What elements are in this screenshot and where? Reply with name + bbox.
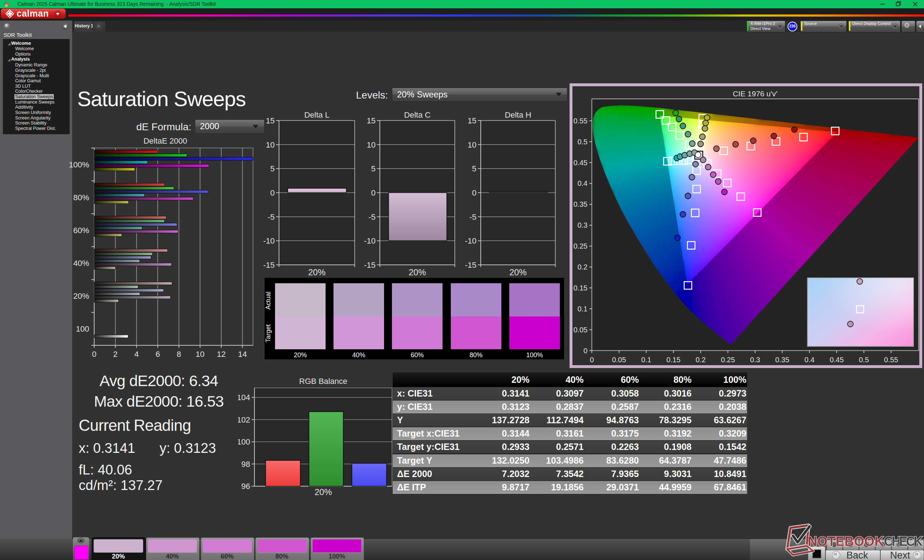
svg-text:Delta H: Delta H: [505, 111, 531, 120]
svg-text:0.1: 0.1: [578, 305, 588, 313]
svg-text:-15: -15: [364, 261, 376, 270]
svg-text:15: 15: [468, 116, 476, 125]
svg-text:0.15: 0.15: [666, 356, 680, 364]
svg-text:0: 0: [584, 347, 588, 355]
svg-text:0.35: 0.35: [573, 200, 588, 208]
svg-text:-10: -10: [364, 237, 376, 246]
svg-text:0.55: 0.55: [884, 356, 898, 364]
svg-text:-10: -10: [263, 237, 274, 246]
svg-text:0.05: 0.05: [612, 356, 626, 364]
svg-text:5: 5: [472, 164, 476, 173]
svg-text:0.2: 0.2: [578, 263, 588, 271]
svg-text:100: 100: [238, 437, 250, 446]
svg-text:8: 8: [177, 350, 181, 359]
svg-text:6: 6: [156, 350, 160, 359]
svg-text:-15: -15: [263, 261, 274, 270]
svg-text:20%: 20%: [409, 267, 426, 277]
svg-text:40%: 40%: [73, 259, 89, 268]
svg-text:5: 5: [371, 164, 375, 173]
svg-text:100%: 100%: [69, 160, 89, 169]
svg-text:100: 100: [76, 324, 89, 333]
svg-text:0.5: 0.5: [578, 138, 588, 146]
svg-text:80%: 80%: [73, 193, 89, 202]
svg-text:12: 12: [217, 350, 226, 359]
svg-text:-5: -5: [267, 213, 274, 222]
svg-text:NOTEBOOK: NOTEBOOK: [808, 534, 884, 549]
svg-text:20%: 20%: [73, 292, 89, 301]
svg-text:CIE 1976 u'v': CIE 1976 u'v': [733, 90, 777, 98]
svg-text:104: 104: [238, 393, 250, 402]
svg-text:0.45: 0.45: [830, 356, 844, 364]
svg-text:-15: -15: [465, 261, 476, 270]
svg-text:0.3: 0.3: [578, 221, 588, 229]
svg-text:-5: -5: [469, 213, 476, 222]
svg-text:0: 0: [92, 350, 96, 359]
svg-text:4: 4: [134, 350, 139, 359]
svg-text:Delta L: Delta L: [304, 111, 330, 120]
svg-text:Delta C: Delta C: [404, 111, 430, 120]
svg-text:15: 15: [367, 116, 375, 125]
svg-text:0.3: 0.3: [750, 356, 760, 364]
svg-text:0.4: 0.4: [804, 356, 814, 364]
svg-text:0.2: 0.2: [696, 356, 706, 364]
svg-text:98: 98: [242, 460, 250, 469]
svg-text:0.25: 0.25: [721, 356, 735, 364]
svg-text:DeltaE 2000: DeltaE 2000: [143, 136, 187, 145]
svg-text:0.45: 0.45: [573, 159, 588, 167]
svg-text:20%: 20%: [314, 487, 332, 497]
svg-text:0: 0: [270, 188, 274, 198]
svg-text:0.15: 0.15: [573, 284, 588, 292]
svg-text:10: 10: [266, 140, 274, 150]
svg-text:10: 10: [367, 140, 375, 150]
svg-text:5: 5: [270, 164, 274, 173]
svg-text:20%: 20%: [308, 267, 326, 277]
svg-text:14: 14: [238, 350, 246, 359]
svg-text:RGB Balance: RGB Balance: [299, 377, 347, 386]
svg-text:-10: -10: [465, 237, 476, 246]
svg-text:102: 102: [238, 415, 250, 424]
svg-text:0.4: 0.4: [578, 179, 588, 187]
svg-text:0.5: 0.5: [859, 356, 869, 364]
svg-text:0: 0: [590, 356, 594, 364]
svg-text:10: 10: [196, 350, 204, 359]
svg-text:-5: -5: [369, 213, 376, 222]
svg-text:0.55: 0.55: [573, 117, 588, 125]
svg-text:CHECK: CHECK: [884, 534, 923, 549]
svg-text:0: 0: [472, 188, 476, 198]
svg-text:0.25: 0.25: [573, 242, 588, 250]
svg-text:20%: 20%: [509, 267, 526, 277]
svg-text:0.35: 0.35: [775, 356, 789, 364]
svg-text:0.05: 0.05: [573, 326, 588, 334]
svg-text:15: 15: [266, 116, 274, 125]
svg-text:10: 10: [468, 140, 476, 150]
svg-text:96: 96: [242, 482, 250, 491]
svg-text:0: 0: [371, 188, 375, 198]
svg-text:60%: 60%: [73, 226, 89, 235]
svg-text:0.1: 0.1: [641, 356, 651, 364]
svg-text:2: 2: [113, 350, 118, 359]
